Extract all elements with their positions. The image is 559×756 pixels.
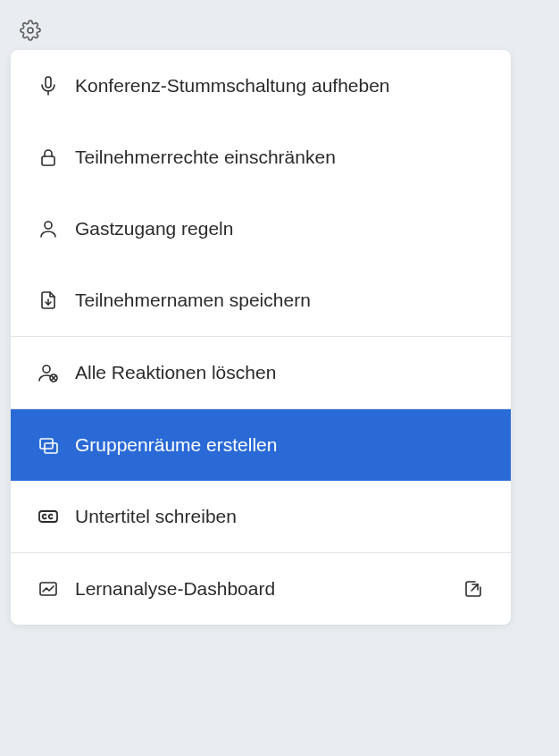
menu-item-label: Gruppenräume erstellen [75,434,277,456]
menu-item-analytics-dashboard[interactable]: Lernanalyse-Dashboard [11,553,511,625]
user-icon [38,218,59,239]
download-file-icon [38,290,59,311]
settings-button[interactable] [18,20,43,45]
menu-item-unmute-conference[interactable]: Konferenz-Stummschaltung aufheben [11,50,511,122]
menu-item-create-breakout-rooms[interactable]: Gruppenräume erstellen [11,409,511,481]
microphone-icon [38,75,59,97]
gear-icon [20,20,41,45]
menu-item-label: Teilnehmerrechte einschränken [75,147,336,168]
menu-item-restrict-permissions[interactable]: Teilnehmerrechte einschränken [11,122,511,193]
menu-item-label: Teilnehmernamen speichern [75,290,311,311]
svg-point-4 [45,222,52,229]
svg-point-0 [28,28,33,33]
analytics-icon [38,578,59,600]
svg-rect-1 [46,77,51,88]
closed-captions-icon [38,506,59,527]
user-remove-icon [38,362,59,383]
lock-icon [38,147,59,168]
breakout-rooms-icon [38,434,59,456]
menu-item-label: Untertitel schreiben [75,506,237,527]
menu-item-guest-access[interactable]: Gastzugang regeln [11,193,511,265]
menu-item-label: Konferenz-Stummschaltung aufheben [75,75,390,97]
svg-point-6 [43,365,50,373]
menu-item-save-names[interactable]: Teilnehmernamen speichern [11,265,511,336]
menu-item-write-captions[interactable]: Untertitel schreiben [11,481,511,552]
menu-item-label: Alle Reaktionen löschen [75,362,276,383]
menu-item-label: Lernanalyse-Dashboard [75,578,275,600]
settings-menu: Konferenz-Stummschaltung aufheben Teilne… [11,50,511,625]
svg-rect-3 [42,156,54,165]
menu-item-clear-reactions[interactable]: Alle Reaktionen löschen [11,337,511,408]
external-link-icon [463,578,484,600]
menu-item-label: Gastzugang regeln [75,218,233,239]
